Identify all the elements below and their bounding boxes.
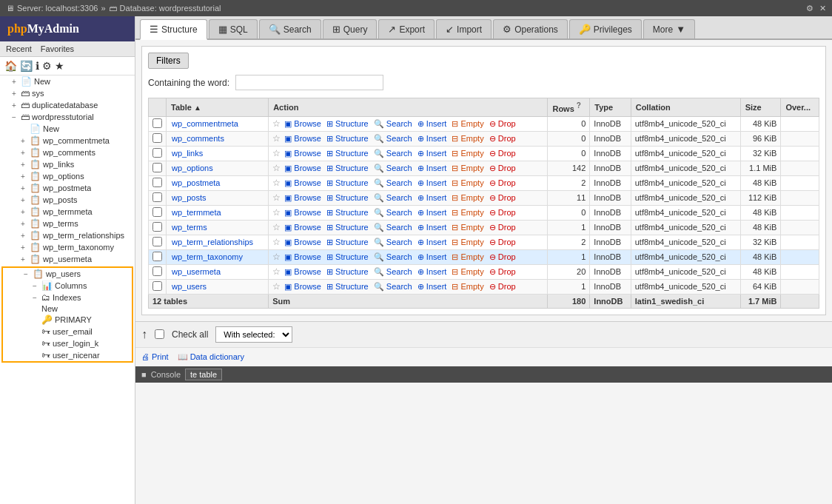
structure-link[interactable]: ⊞ Structure [326, 208, 369, 217]
browse-link[interactable]: ▣ Browse [284, 119, 321, 128]
tree-sys[interactable]: + 🗃 sys [0, 87, 135, 99]
row-checkbox[interactable] [152, 163, 162, 172]
rows-help-icon[interactable]: ? [577, 101, 581, 110]
browse-link[interactable]: ▣ Browse [284, 238, 321, 246]
table-name-link[interactable]: wp_users [172, 282, 207, 291]
structure-link[interactable]: ⊞ Structure [326, 238, 369, 246]
favorite-star-icon[interactable]: ☆ [272, 222, 281, 232]
tree-index-user-nicename[interactable]: 🗝 user_nicenar [3, 349, 132, 361]
favorite-star-icon[interactable]: ☆ [272, 163, 281, 173]
insert-link[interactable]: ⊕ Insert [417, 149, 447, 158]
empty-link[interactable]: ⊟ Empty [452, 119, 483, 128]
insert-link[interactable]: ⊕ Insert [417, 164, 447, 172]
search-link[interactable]: 🔍 Search [374, 149, 412, 158]
row-checkbox[interactable] [152, 237, 162, 246]
insert-link[interactable]: ⊕ Insert [417, 134, 447, 143]
structure-link[interactable]: ⊞ Structure [326, 149, 369, 158]
search-link[interactable]: 🔍 Search [374, 164, 412, 172]
browse-link[interactable]: ▣ Browse [284, 267, 321, 276]
structure-link[interactable]: ⊞ Structure [326, 223, 369, 232]
star-icon[interactable]: ★ [55, 60, 64, 72]
search-link[interactable]: 🔍 Search [374, 208, 412, 217]
row-checkbox[interactable] [152, 133, 162, 143]
tree-wp-term-taxonomy[interactable]: + 📋 wp_term_taxonomy [0, 241, 135, 253]
table-name-link[interactable]: wp_comments [172, 134, 224, 143]
browse-link[interactable]: ▣ Browse [284, 282, 321, 291]
tree-wp-new[interactable]: 📄 New [0, 123, 135, 135]
tab-sql[interactable]: ▦ SQL [209, 19, 258, 38]
table-name-link[interactable]: wp_postmeta [172, 178, 220, 187]
tab-more[interactable]: More ▼ [643, 19, 695, 38]
insert-link[interactable]: ⊕ Insert [417, 252, 447, 261]
empty-link[interactable]: ⊟ Empty [452, 223, 483, 232]
tab-operations[interactable]: ⚙ Operations [493, 19, 568, 38]
tree-wp-term-relationships[interactable]: + 📋 wp_term_relationships [0, 229, 135, 241]
insert-link[interactable]: ⊕ Insert [417, 208, 447, 217]
table-name-link[interactable]: wp_links [172, 149, 203, 158]
empty-link[interactable]: ⊟ Empty [452, 267, 483, 276]
table-name-link[interactable]: wp_termmeta [172, 208, 221, 217]
browse-link[interactable]: ▣ Browse [284, 252, 321, 261]
table-name-link[interactable]: wp_usermeta [172, 267, 221, 276]
browse-link[interactable]: ▣ Browse [284, 178, 321, 187]
tree-new[interactable]: + 📄 New [0, 75, 135, 87]
drop-link[interactable]: ⊖ Drop [489, 193, 516, 202]
tab-export[interactable]: ↗ Export [378, 19, 435, 38]
drop-link[interactable]: ⊖ Drop [489, 119, 516, 128]
filters-button[interactable]: Filters [148, 53, 189, 69]
info-icon[interactable]: ℹ [36, 60, 39, 72]
insert-link[interactable]: ⊕ Insert [417, 178, 447, 187]
close-icon[interactable]: ✕ [819, 4, 826, 13]
tree-wp-terms[interactable]: + 📋 wp_terms [0, 218, 135, 229]
empty-link[interactable]: ⊟ Empty [452, 252, 483, 261]
search-link[interactable]: 🔍 Search [374, 178, 412, 187]
drop-link[interactable]: ⊖ Drop [489, 178, 516, 187]
search-link[interactable]: 🔍 Search [374, 238, 412, 246]
row-checkbox[interactable] [152, 281, 162, 291]
structure-link[interactable]: ⊞ Structure [326, 119, 369, 128]
table-name-link[interactable]: wp_posts [172, 193, 206, 202]
table-name-link[interactable]: wp_term_taxonomy [172, 252, 243, 261]
tab-structure[interactable]: ☰ Structure [140, 19, 207, 40]
favorite-star-icon[interactable]: ☆ [272, 237, 281, 247]
drop-link[interactable]: ⊖ Drop [489, 208, 516, 217]
search-link[interactable]: 🔍 Search [374, 223, 412, 232]
empty-link[interactable]: ⊟ Empty [452, 193, 483, 202]
tree-duplicatedb[interactable]: + 🗃 duplicatedatabase [0, 99, 135, 111]
tree-wp-comments[interactable]: + 📋 wp_comments [0, 147, 135, 158]
insert-link[interactable]: ⊕ Insert [417, 267, 447, 276]
structure-link[interactable]: ⊞ Structure [326, 252, 369, 261]
insert-link[interactable]: ⊕ Insert [417, 223, 447, 232]
drop-link[interactable]: ⊖ Drop [489, 149, 516, 158]
browse-link[interactable]: ▣ Browse [284, 134, 321, 143]
empty-link[interactable]: ⊟ Empty [452, 238, 483, 246]
tree-wp-users-indexes[interactable]: − 🗂 Indexes [3, 292, 132, 303]
browse-link[interactable]: ▣ Browse [284, 223, 321, 232]
favorite-star-icon[interactable]: ☆ [272, 281, 281, 292]
tree-wp-posts[interactable]: + 📋 wp_posts [0, 194, 135, 206]
empty-link[interactable]: ⊟ Empty [452, 164, 483, 172]
structure-link[interactable]: ⊞ Structure [326, 282, 369, 291]
table-name-link[interactable]: wp_terms [172, 223, 207, 232]
drop-link[interactable]: ⊖ Drop [489, 282, 516, 291]
table-name-link[interactable]: wp_options [172, 164, 213, 172]
structure-link[interactable]: ⊞ Structure [326, 193, 369, 202]
favorite-star-icon[interactable]: ☆ [272, 133, 281, 144]
row-checkbox[interactable] [152, 192, 162, 202]
drop-link[interactable]: ⊖ Drop [489, 267, 516, 276]
tab-import[interactable]: ↙ Import [436, 19, 492, 38]
browse-link[interactable]: ▣ Browse [284, 149, 321, 158]
favorite-star-icon[interactable]: ☆ [272, 118, 281, 129]
search-link[interactable]: 🔍 Search [374, 267, 412, 276]
favorite-star-icon[interactable]: ☆ [272, 192, 281, 203]
tree-wp-links[interactable]: + 📋 wp_links [0, 158, 135, 170]
search-link[interactable]: 🔍 Search [374, 282, 412, 291]
check-all-checkbox[interactable] [155, 329, 164, 339]
row-checkbox[interactable] [152, 178, 162, 187]
table-name-link[interactable]: wp_commentmeta [172, 119, 238, 128]
tree-indexes-new[interactable]: New [3, 303, 132, 314]
console-label[interactable]: Console [151, 370, 181, 379]
row-checkbox[interactable] [152, 118, 162, 128]
empty-link[interactable]: ⊟ Empty [452, 178, 483, 187]
tree-wp-commentmeta[interactable]: + 📋 wp_commentmeta [0, 135, 135, 147]
